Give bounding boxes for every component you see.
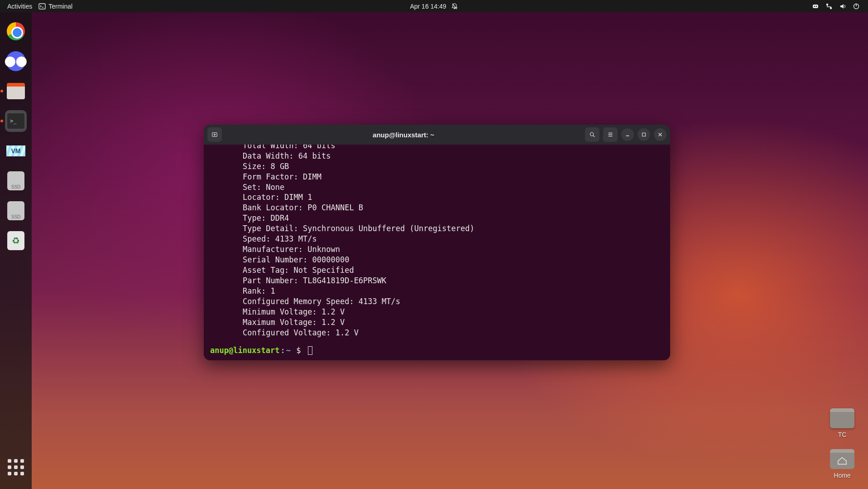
clock[interactable]: Apr 16 14:49: [410, 3, 446, 10]
desktop-icon-tc[interactable]: TC: [830, 408, 854, 438]
chrome-icon: [7, 22, 25, 40]
terminal-line: Total Width: 64 bits: [210, 145, 664, 151]
home-folder-icon: [830, 449, 854, 469]
virtualbox-icon: VM: [6, 145, 25, 156]
dock-item-terminal[interactable]: >_: [5, 110, 27, 132]
desktop-icon-label: TC: [838, 431, 847, 438]
terminal-appindicator-icon: [38, 3, 46, 10]
search-button[interactable]: [585, 127, 599, 142]
volume-icon[interactable]: [839, 3, 846, 10]
terminal-line: Speed: 4133 MT/s: [210, 234, 664, 244]
close-button[interactable]: [654, 128, 667, 141]
terminal-line: Set: None: [210, 182, 664, 193]
svg-rect-18: [643, 133, 646, 136]
minimize-button[interactable]: [621, 128, 634, 141]
terminal-line: Data Width: 64 bits: [210, 151, 664, 161]
svg-rect-0: [39, 4, 45, 9]
terminal-body[interactable]: Handle 0x001E, DMI type 17, 40 bytesMemo…: [204, 145, 670, 360]
discord-icon: ⬤⬤: [6, 51, 26, 71]
terminal-line: Form Factor: DIMM: [210, 172, 664, 182]
power-icon[interactable]: [853, 3, 860, 10]
svg-point-4: [816, 5, 817, 6]
dock-item-chrome[interactable]: [5, 20, 27, 42]
maximize-button[interactable]: [638, 128, 650, 141]
app-menu[interactable]: Terminal: [38, 3, 72, 10]
files-icon: [7, 83, 25, 99]
terminal-line: Locator: DIMM 1: [210, 192, 664, 203]
new-tab-button[interactable]: [207, 127, 222, 142]
dock-item-disk1[interactable]: SSD: [5, 170, 27, 192]
svg-point-12: [590, 132, 593, 136]
svg-rect-2: [813, 5, 818, 8]
terminal-line: Configured Memory Speed: 4133 MT/s: [210, 296, 664, 307]
terminal-icon: >_: [6, 112, 25, 130]
app-menu-label: Terminal: [48, 3, 72, 10]
show-applications-button[interactable]: [5, 456, 27, 478]
svg-point-3: [814, 5, 815, 6]
terminal-line: Type: DDR4: [210, 213, 664, 223]
prompt-colon: :: [281, 345, 285, 356]
terminal-line: Type Detail: Synchronous Unbuffered (Unr…: [210, 223, 664, 234]
folder-icon: [830, 408, 854, 428]
terminal-window: anup@linuxstart: ~ Handle 0x001E, DMI ty…: [204, 125, 670, 360]
wired-network-icon[interactable]: [825, 3, 833, 10]
ssd-icon: SSD: [7, 171, 24, 190]
terminal-prompt[interactable]: anup@linuxstart:~ $: [210, 345, 664, 356]
dock-item-files[interactable]: [5, 80, 27, 102]
prompt-dollar: $: [292, 345, 306, 356]
prompt-userhost: anup@linuxstart: [210, 345, 280, 356]
terminal-line: Minimum Voltage: 1.2 V: [210, 307, 664, 317]
ssd-icon: SSD: [7, 201, 24, 220]
desktop-icon-home[interactable]: Home: [830, 449, 854, 479]
terminal-cursor: [308, 346, 312, 355]
activities-button[interactable]: Activities: [7, 3, 32, 10]
terminal-line: Serial Number: 00000000: [210, 255, 664, 265]
terminal-titlebar[interactable]: anup@linuxstart: ~: [204, 125, 670, 145]
dock-item-virtualbox[interactable]: VM: [5, 140, 27, 162]
svg-rect-6: [830, 7, 832, 9]
hamburger-menu-button[interactable]: [603, 127, 618, 142]
terminal-line: Size: 8 GB: [210, 161, 664, 172]
trash-icon: ♻: [7, 231, 24, 250]
dock-item-disk2[interactable]: SSD: [5, 200, 27, 222]
terminal-line: Part Number: TL8G41819D-E6PRSWK: [210, 276, 664, 286]
terminal-line: Maximum Voltage: 1.2 V: [210, 317, 664, 328]
terminal-line: Rank: 1: [210, 286, 664, 296]
dock-item-trash[interactable]: ♻: [5, 230, 27, 252]
svg-line-13: [593, 136, 595, 137]
terminal-title: anup@linuxstart: ~: [225, 131, 582, 139]
desktop-icons: TC Home: [830, 408, 854, 479]
do-not-disturb-icon[interactable]: [451, 3, 458, 10]
discord-tray-icon[interactable]: [812, 3, 819, 10]
terminal-line: Bank Locator: P0 CHANNEL B: [210, 203, 664, 213]
top-panel: Activities Terminal Apr 16 14:49: [0, 0, 868, 12]
terminal-line: Asset Tag: Not Specified: [210, 265, 664, 276]
svg-rect-5: [826, 4, 828, 5]
prompt-path: ~: [286, 345, 291, 356]
desktop-icon-label: Home: [834, 472, 850, 479]
dock-item-discord[interactable]: ⬤⬤: [5, 50, 27, 72]
terminal-line: Configured Voltage: 1.2 V: [210, 328, 664, 338]
dock: ⬤⬤ >_ VM SSD SSD ♻: [0, 12, 32, 489]
terminal-line: Manufacturer: Unknown: [210, 244, 664, 255]
